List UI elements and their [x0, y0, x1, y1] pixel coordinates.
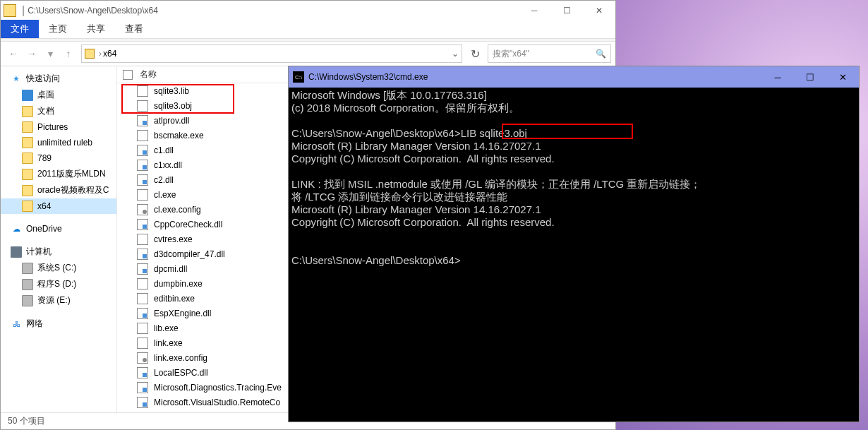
network-icon: 🖧	[11, 318, 22, 330]
file-name: EspXEngine.dll	[154, 309, 211, 318]
nav-fwd-button[interactable]: →	[23, 45, 40, 62]
nav-computer[interactable]: 计算机	[1, 244, 116, 260]
search-placeholder: 搜索"x64"	[493, 48, 529, 60]
tab-share[interactable]: 共享	[77, 20, 115, 38]
file-icon	[137, 130, 148, 141]
nav-recent-button[interactable]: ▾	[42, 45, 59, 62]
cmd-minimize-button[interactable]: ─	[761, 66, 794, 88]
file-name: Microsoft.VisualStudio.RemoteCo	[154, 398, 280, 407]
ribbon: 文件 主页 共享 查看	[1, 20, 615, 39]
address-bar[interactable]: › x64 ⌄	[81, 44, 462, 63]
file-name: sqlite3.lib	[154, 86, 189, 96]
desktop-icon	[22, 90, 33, 101]
nav-x64[interactable]: x64	[1, 198, 116, 214]
file-icon	[137, 189, 148, 201]
file-name: dpcmi.dll	[154, 264, 187, 274]
file-icon	[137, 278, 148, 289]
nav-pics[interactable]: Pictures	[1, 119, 116, 135]
address-segment[interactable]: x64	[103, 49, 116, 59]
nav-oracle[interactable]: oracle视频教程及C	[1, 182, 116, 198]
nav-quick-access[interactable]: ★快速访问	[1, 71, 116, 87]
col-name[interactable]: 名称	[140, 68, 157, 80]
separator: |	[22, 4, 25, 17]
drive-icon	[22, 279, 33, 290]
tab-home[interactable]: 主页	[39, 20, 77, 38]
file-icon	[137, 234, 148, 245]
cmd-window: C:\ C:\Windows\System32\cmd.exe ─ ☐ ✕ Mi…	[288, 66, 860, 422]
nav-drive-e[interactable]: 资源 (E:)	[1, 292, 116, 309]
folder-icon	[4, 4, 16, 17]
file-name: d3dcompiler_47.dll	[154, 249, 225, 259]
nav-pane[interactable]: ★快速访问 桌面 文档 Pictures unlimited ruleb 789…	[1, 66, 117, 412]
close-button[interactable]: ✕	[583, 1, 615, 20]
tab-view[interactable]: 查看	[115, 20, 153, 38]
cmd-output[interactable]: Microsoft Windows [版本 10.0.17763.316] (c…	[289, 88, 859, 422]
nav-docs[interactable]: 文档	[1, 103, 116, 119]
titlebar[interactable]: | C:\Users\Snow-Angel\Desktop\x64 ─ ☐ ✕	[1, 1, 615, 20]
file-name: link.exe	[154, 338, 183, 348]
file-name: LocalESPC.dll	[154, 368, 208, 378]
chevron-right-icon: ›	[99, 49, 102, 59]
file-icon	[137, 145, 148, 156]
file-name: sqlite3.obj	[154, 101, 192, 111]
file-icon	[137, 293, 148, 304]
nav-back-button[interactable]: ←	[5, 45, 22, 62]
file-icon	[137, 249, 148, 260]
nav-789[interactable]: 789	[1, 150, 116, 166]
cmd-titlebar[interactable]: C:\ C:\Windows\System32\cmd.exe ─ ☐ ✕	[289, 66, 859, 88]
file-name: CppCoreCheck.dll	[154, 220, 222, 229]
file-icon	[137, 204, 148, 215]
file-icon	[137, 219, 148, 230]
cloud-icon: ☁	[11, 223, 22, 234]
nav-drive-d[interactable]: 程序S (D:)	[1, 276, 116, 292]
file-icon	[137, 263, 148, 275]
file-name: bscmake.exe	[154, 131, 204, 141]
cmd-icon: C:\	[293, 71, 304, 83]
folder-icon	[22, 169, 33, 180]
file-icon	[137, 397, 148, 408]
file-icon	[137, 308, 148, 319]
star-icon: ★	[11, 73, 22, 85]
nav-mldn[interactable]: 2011版魔乐MLDN	[1, 166, 116, 182]
drive-icon	[22, 263, 33, 274]
status-text: 50 个项目	[8, 415, 45, 427]
folder-icon	[22, 106, 33, 117]
file-name: editbin.exe	[154, 294, 195, 304]
file-name: lib.exe	[154, 323, 179, 333]
minimize-button[interactable]: ─	[518, 1, 550, 20]
file-icon	[137, 85, 148, 97]
file-name: link.exe.config	[154, 353, 207, 363]
maximize-button[interactable]: ☐	[550, 1, 583, 20]
window-title: C:\Users\Snow-Angel\Desktop\x64	[28, 6, 158, 16]
cmd-maximize-button[interactable]: ☐	[794, 66, 826, 88]
search-input[interactable]: 搜索"x64" 🔍	[488, 44, 611, 63]
folder-icon	[85, 49, 95, 59]
file-icon	[137, 100, 148, 112]
nav-unlimited[interactable]: unlimited ruleb	[1, 135, 116, 150]
cmd-close-button[interactable]: ✕	[826, 66, 859, 88]
computer-icon	[11, 246, 22, 258]
refresh-button[interactable]: ↻	[466, 45, 483, 62]
file-icon	[137, 382, 148, 393]
file-icon	[137, 352, 148, 364]
chevron-down-icon[interactable]: ⌄	[452, 49, 459, 59]
nav-network[interactable]: 🖧网络	[1, 316, 116, 332]
file-icon	[137, 160, 148, 171]
file-name: cl.exe.config	[154, 205, 201, 215]
tab-file[interactable]: 文件	[1, 20, 39, 38]
file-name: c1xx.dll	[154, 160, 182, 170]
file-name: Microsoft.Diagnostics.Tracing.Eve	[154, 383, 282, 393]
file-icon	[137, 115, 148, 126]
file-name: cl.exe	[154, 190, 176, 200]
select-all-checkbox[interactable]	[123, 70, 133, 80]
file-icon	[137, 367, 148, 378]
folder-icon	[22, 121, 33, 133]
folder-icon	[22, 201, 33, 212]
nav-up-button[interactable]: ↑	[60, 45, 77, 62]
search-icon: 🔍	[596, 49, 606, 59]
file-name: dumpbin.exe	[154, 279, 203, 289]
nav-desktop[interactable]: 桌面	[1, 87, 116, 103]
nav-onedrive[interactable]: ☁OneDrive	[1, 221, 116, 237]
nav-drive-c[interactable]: 系统S (C:)	[1, 260, 116, 276]
file-icon	[137, 338, 148, 349]
